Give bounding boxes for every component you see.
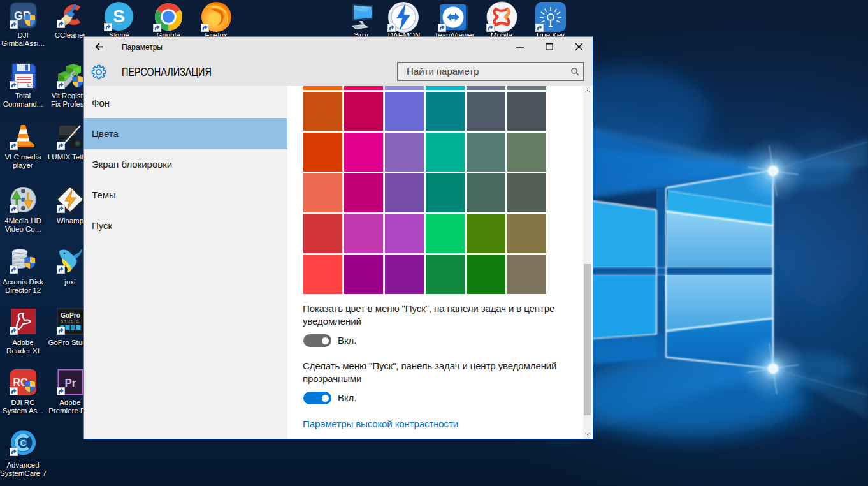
svg-text:Pr: Pr: [65, 377, 76, 389]
svg-text:GoPro: GoPro: [61, 312, 80, 319]
svg-text:STUDIO: STUDIO: [61, 320, 80, 323]
svg-text:C: C: [20, 438, 27, 448]
svg-text:Er.: Er.: [27, 83, 33, 87]
svg-text:S: S: [113, 6, 125, 26]
